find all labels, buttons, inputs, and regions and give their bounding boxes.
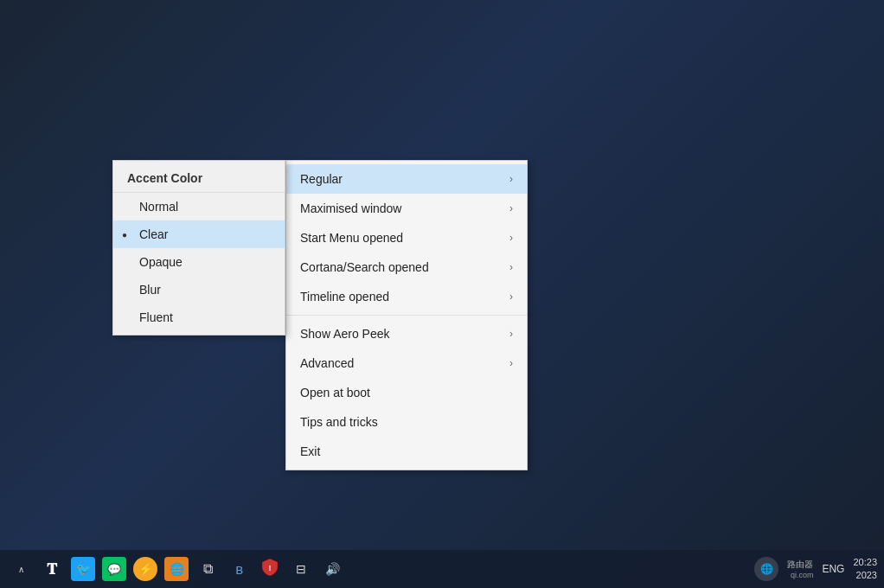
menu-item-regular[interactable]: Regular › — [286, 164, 527, 194]
menu-item-blur[interactable]: Blur — [113, 276, 285, 304]
menu-item-tips[interactable]: Tips and tricks — [286, 407, 527, 437]
menu-item-cortana[interactable]: Cortana/Search opened › — [286, 252, 527, 282]
menu-item-normal[interactable]: Normal — [113, 193, 285, 220]
taskbar-right: 🌐 路由器 qi.com ENG 20:23 2023 — [751, 555, 877, 583]
taskbar-icon-twitter[interactable]: 🐦 — [69, 555, 97, 583]
taskbar-icon-flash[interactable]: ⚡ — [131, 555, 159, 583]
taskbar-icon-volume[interactable]: 🔊 — [318, 555, 346, 583]
taskbar-icon-wechat[interactable]: 💬 — [100, 555, 128, 583]
taskbar-left: ∧ 𝐓 🐦 💬 ⚡ 🌐 ⧉ — [7, 555, 346, 583]
taskbar-icon-bluetooth[interactable]: ʙ — [225, 555, 253, 583]
arrow-icon: › — [509, 357, 513, 369]
accent-color-header: Accent Color — [113, 164, 285, 193]
taskbar: ∧ 𝐓 🐦 💬 ⚡ 🌐 ⧉ — [0, 550, 884, 588]
menu-item-open-at-boot[interactable]: Open at boot — [286, 378, 527, 407]
menu-separator-1 — [286, 315, 527, 316]
taskbar-icon-network-monitor[interactable]: ⊟ — [287, 555, 315, 583]
arrow-icon: › — [509, 173, 513, 185]
menu-item-advanced[interactable]: Advanced › — [286, 348, 527, 378]
svg-text:!: ! — [269, 564, 272, 572]
arrow-icon: › — [509, 202, 513, 214]
taskbar-clock[interactable]: 20:23 2023 — [853, 556, 877, 583]
menu-item-timeline[interactable]: Timeline opened › — [286, 282, 527, 311]
menu-item-exit[interactable]: Exit — [286, 437, 527, 466]
menu-item-aero-peek[interactable]: Show Aero Peek › — [286, 319, 527, 348]
context-menu-wrapper: Accent Color Normal ● Clear Opaque Blur … — [112, 160, 528, 470]
menu-item-opaque[interactable]: Opaque — [113, 248, 285, 276]
taskbar-overflow-button[interactable]: ∧ — [7, 555, 35, 583]
accent-color-submenu: Accent Color Normal ● Clear Opaque Blur … — [112, 160, 285, 336]
taskbar-icon-bold-t[interactable]: 𝐓 — [38, 555, 66, 583]
menu-item-maximised-window[interactable]: Maximised window › — [286, 194, 527, 223]
taskbar-icon-shield[interactable]: ! — [256, 555, 284, 583]
menu-item-start-menu[interactable]: Start Menu opened › — [286, 223, 527, 252]
arrow-icon: › — [509, 261, 513, 273]
arrow-icon: › — [509, 328, 513, 340]
taskbar-icon-network-manager[interactable]: 🌐 — [163, 555, 190, 583]
selected-bullet: ● — [122, 230, 127, 240]
menu-item-clear[interactable]: ● Clear — [113, 220, 285, 248]
main-context-menu: Regular › Maximised window › Start Menu … — [285, 160, 528, 470]
taskbar-globe-icon[interactable]: 🌐 — [751, 555, 782, 583]
taskbar-corner-label: 路由器 qi.com — [787, 559, 813, 579]
desktop: Accent Color Normal ● Clear Opaque Blur … — [0, 0, 884, 588]
taskbar-icon-copy[interactable]: ⧉ — [194, 555, 221, 583]
menu-item-fluent[interactable]: Fluent — [113, 304, 285, 331]
arrow-icon: › — [509, 232, 513, 244]
taskbar-language[interactable]: ENG — [818, 561, 848, 577]
arrow-icon: › — [509, 291, 513, 303]
